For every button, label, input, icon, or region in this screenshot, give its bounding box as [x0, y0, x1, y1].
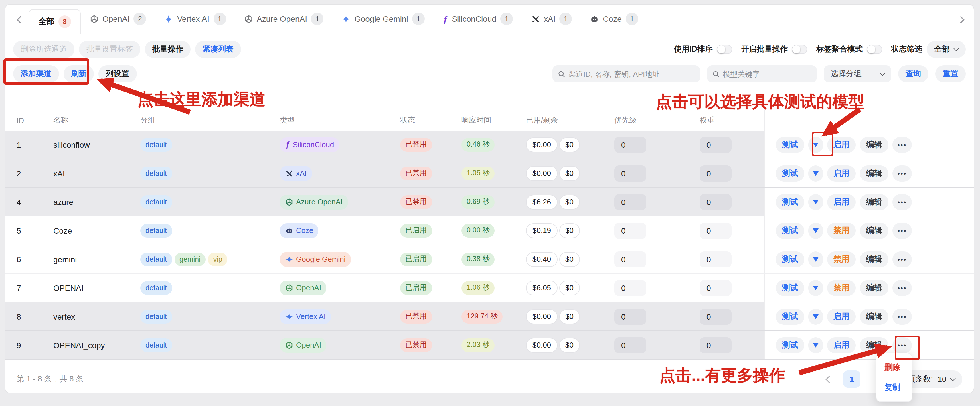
cell-response-time[interactable]: 0.00 秒 — [461, 224, 526, 237]
refresh-button[interactable]: 刷新 — [64, 65, 94, 83]
cell-response-time[interactable]: 1.05 秒 — [461, 166, 526, 180]
more-actions-button[interactable]: ••• — [892, 308, 912, 325]
menu-item-复制[interactable]: 复制 — [877, 377, 912, 397]
enable-button[interactable]: 启用 — [827, 337, 856, 353]
batch-button-批量操作[interactable]: 批量操作 — [145, 41, 191, 58]
test-button[interactable]: 测试 — [776, 223, 804, 239]
test-button[interactable]: 测试 — [776, 337, 804, 353]
edit-button[interactable]: 编辑 — [860, 194, 888, 210]
edit-button[interactable]: 编辑 — [860, 251, 888, 267]
more-actions-button[interactable]: ••• — [892, 223, 912, 239]
weight-input[interactable]: 0 — [700, 337, 732, 353]
caret-down-icon — [813, 314, 819, 318]
edit-button[interactable]: 编辑 — [860, 137, 888, 153]
priority-input[interactable]: 0 — [614, 280, 646, 296]
edit-button[interactable]: 编辑 — [860, 165, 888, 181]
enable-button[interactable]: 启用 — [827, 308, 856, 325]
cell-response-time[interactable]: 0.46 秒 — [461, 138, 526, 151]
channel-search-input[interactable] — [568, 70, 694, 78]
weight-input[interactable]: 0 — [700, 194, 732, 210]
disable-button[interactable]: 禁用 — [827, 280, 856, 296]
tab-Google Gemini[interactable]: Google Gemini1 — [333, 8, 434, 30]
edit-button[interactable]: 编辑 — [860, 308, 888, 325]
used-quota-pill: $0.00 — [526, 137, 557, 152]
tab-xAI[interactable]: xAI1 — [522, 8, 581, 30]
enable-button[interactable]: 启用 — [827, 137, 856, 153]
tab-全部[interactable]: 全部8 — [29, 9, 81, 34]
enable-button[interactable]: 启用 — [827, 165, 856, 181]
column-settings-button[interactable]: 列设置 — [99, 65, 137, 83]
test-button[interactable]: 测试 — [776, 251, 804, 267]
edit-button[interactable]: 编辑 — [860, 280, 888, 296]
caret-down-icon — [813, 257, 819, 261]
query-button[interactable]: 查询 — [898, 65, 929, 83]
prev-page-icon[interactable] — [826, 375, 833, 382]
test-button[interactable]: 测试 — [776, 280, 804, 296]
cell-response-time[interactable]: 0.69 秒 — [461, 195, 526, 209]
priority-input[interactable]: 0 — [614, 137, 646, 153]
test-button[interactable]: 测试 — [776, 194, 804, 210]
weight-input[interactable]: 0 — [700, 137, 732, 153]
cell-response-time[interactable]: 129.74 秒 — [461, 309, 526, 323]
test-model-caret-button[interactable] — [808, 280, 823, 296]
group-select[interactable]: 选择分组 — [824, 65, 891, 83]
cell-response-time[interactable]: 0.38 秒 — [461, 252, 526, 266]
test-model-caret-button[interactable] — [808, 251, 823, 267]
test-model-caret-button[interactable] — [808, 165, 823, 181]
more-actions-button[interactable]: ••• — [892, 337, 912, 353]
toggle-switch[interactable] — [717, 45, 732, 54]
disable-button[interactable]: 禁用 — [827, 251, 856, 267]
tab-SiliconCloud[interactable]: ƒSiliconCloud1 — [434, 8, 522, 30]
reset-button[interactable]: 重置 — [935, 65, 966, 83]
tab-Coze[interactable]: Coze1 — [581, 8, 648, 30]
batch-button-批量设置标签[interactable]: 批量设置标签 — [79, 41, 140, 58]
priority-input[interactable]: 0 — [614, 308, 646, 325]
weight-input[interactable]: 0 — [700, 223, 732, 239]
disable-button[interactable]: 禁用 — [827, 223, 856, 239]
test-model-caret-button[interactable] — [808, 223, 823, 239]
edit-button[interactable]: 编辑 — [860, 337, 888, 353]
batch-button-紧凑列表[interactable]: 紧凑列表 — [195, 41, 241, 58]
priority-input[interactable]: 0 — [614, 251, 646, 267]
cell-response-time[interactable]: 2.03 秒 — [461, 338, 526, 352]
cell-id: 7 — [17, 283, 53, 292]
status-filter-select[interactable]: 全部 — [927, 41, 966, 58]
weight-input[interactable]: 0 — [700, 251, 732, 267]
table-header: ID名称分组类型状态响应时间已用/剩余优先级权重 — [5, 110, 974, 131]
page-number-button[interactable]: 1 — [843, 371, 861, 388]
priority-input[interactable]: 0 — [614, 194, 646, 210]
test-button[interactable]: 测试 — [776, 165, 804, 181]
more-actions-button[interactable]: ••• — [892, 280, 912, 296]
test-button[interactable]: 测试 — [776, 308, 804, 325]
cell-response-time[interactable]: 1.06 秒 — [461, 281, 526, 295]
tabs-prev-icon[interactable] — [17, 16, 24, 23]
more-actions-button[interactable]: ••• — [892, 194, 912, 210]
enable-button[interactable]: 启用 — [827, 194, 856, 210]
add-channel-button[interactable]: 添加渠道 — [13, 65, 59, 83]
tabs-next-icon[interactable] — [957, 16, 964, 23]
test-model-caret-button[interactable] — [808, 337, 823, 353]
toggle-switch[interactable] — [867, 45, 882, 54]
caret-down-icon — [813, 285, 819, 290]
priority-input[interactable]: 0 — [614, 223, 646, 239]
more-actions-button[interactable]: ••• — [892, 137, 912, 153]
edit-button[interactable]: 编辑 — [860, 223, 888, 239]
tab-Azure OpenAI[interactable]: Azure OpenAI1 — [235, 8, 333, 30]
priority-input[interactable]: 0 — [614, 165, 646, 181]
model-search-input[interactable] — [723, 70, 811, 78]
test-model-caret-button[interactable] — [808, 308, 823, 325]
more-actions-button[interactable]: ••• — [892, 251, 912, 267]
weight-input[interactable]: 0 — [700, 308, 732, 325]
weight-input[interactable]: 0 — [700, 165, 732, 181]
more-actions-button[interactable]: ••• — [892, 165, 912, 181]
tab-OpenAI[interactable]: OpenAI2 — [81, 8, 156, 30]
test-button[interactable]: 测试 — [776, 137, 804, 153]
batch-button-删除所选通道[interactable]: 删除所选通道 — [13, 41, 75, 58]
tab-Vertex AI[interactable]: Vertex AI1 — [156, 8, 235, 30]
toggle-switch[interactable] — [792, 45, 807, 54]
priority-input[interactable]: 0 — [614, 337, 646, 353]
weight-input[interactable]: 0 — [700, 280, 732, 296]
test-model-caret-button[interactable] — [808, 194, 823, 210]
menu-item-删除[interactable]: 删除 — [877, 357, 912, 377]
test-model-caret-button[interactable] — [808, 137, 823, 153]
